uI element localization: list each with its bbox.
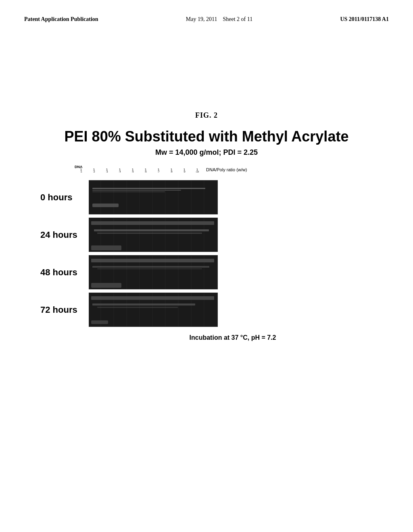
- header-patent-number: US 2011/0117138 A1: [340, 16, 389, 23]
- svg-rect-41: [91, 283, 121, 288]
- header-date-sheet: May 19, 2011 Sheet 2 of 11: [186, 16, 252, 23]
- ratio-item-10: 1:10: [191, 165, 204, 178]
- ratio-item-7: 1:7: [152, 165, 165, 178]
- figure-title: PEI 80% Substituted with Methyl Acrylate: [24, 128, 389, 145]
- svg-rect-10: [92, 188, 205, 189]
- header: Patent Application Publication May 19, 2…: [24, 16, 389, 23]
- svg-rect-11: [92, 190, 181, 191]
- svg-rect-38: [91, 259, 214, 262]
- gel-row-48hours: 48 hours: [40, 255, 389, 289]
- svg-rect-53: [92, 303, 195, 305]
- label-0hours: 0 hours: [40, 192, 89, 203]
- ratio-item-9: 1:9: [178, 165, 191, 178]
- svg-rect-24: [91, 221, 214, 225]
- figure-subtitle: Mw = 14,000 g/mol; PDI = 2.25: [24, 148, 389, 157]
- ratio-item-5: 1:5: [126, 165, 139, 178]
- svg-rect-26: [97, 233, 202, 234]
- dna-poly-ratio-label: DNA/Poly ratio (w/w): [206, 167, 247, 175]
- gel-image-24hours: [89, 218, 218, 252]
- ratio-item-1: 1:1: [75, 165, 88, 178]
- svg-rect-54: [97, 307, 178, 308]
- svg-rect-40: [97, 268, 202, 269]
- header-sheet: Sheet 2 of 11: [223, 16, 252, 22]
- svg-rect-0: [89, 181, 218, 214]
- svg-rect-27: [91, 245, 121, 250]
- svg-rect-25: [94, 229, 209, 231]
- label-24hours: 24 hours: [40, 230, 89, 240]
- ratio-item-6: 1:6: [139, 165, 152, 178]
- gel-row-24hours: 24 hours: [40, 218, 389, 252]
- gel-row-72hours: 72 hours: [40, 293, 389, 327]
- ratio-scale: DNA 1:1 1:2 1:3 1:4 1:5 1:6 1:7: [75, 165, 204, 178]
- ratio-item-4: 1:4: [113, 165, 126, 178]
- svg-rect-12: [92, 191, 165, 192]
- svg-rect-52: [91, 296, 214, 300]
- svg-rect-13: [92, 204, 119, 207]
- gel-image-48hours: [89, 255, 218, 289]
- gel-image-72hours: [89, 293, 218, 327]
- ratio-header: DNA 1:1 1:2 1:3 1:4 1:5 1:6 1:7: [24, 165, 389, 178]
- ratio-item-2: 1:2: [88, 165, 100, 178]
- header-date: May 19, 2011: [186, 16, 217, 22]
- gel-image-0hours: [89, 180, 218, 214]
- page: Patent Application Publication May 19, 2…: [0, 0, 413, 532]
- ratio-item-8: 1:8: [165, 165, 178, 178]
- gel-section: 0 hours: [40, 180, 389, 330]
- svg-rect-55: [91, 320, 108, 324]
- ratio-item-3: 1:3: [100, 165, 113, 178]
- header-publication: Patent Application Publication: [24, 16, 98, 23]
- label-72hours: 72 hours: [40, 305, 89, 315]
- incubation-note: Incubation at 37 °C, pH = 7.2: [77, 334, 389, 341]
- label-48hours: 48 hours: [40, 267, 89, 278]
- svg-rect-39: [92, 266, 209, 268]
- gel-row-0hours: 0 hours: [40, 180, 389, 214]
- figure-number: FIG. 2: [24, 111, 389, 120]
